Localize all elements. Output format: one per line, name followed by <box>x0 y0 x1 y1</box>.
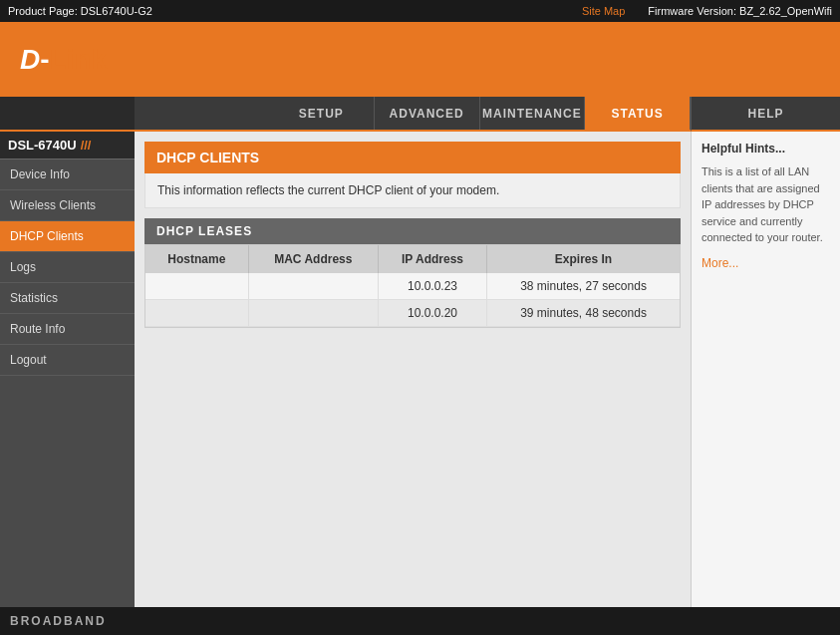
logo: D - Link <box>20 44 107 76</box>
col-ip: IP Address <box>378 245 486 273</box>
sidebar-item-route-info[interactable]: Route Info <box>0 314 135 345</box>
cell-mac-1 <box>248 273 378 300</box>
table-row: 10.0.0.23 38 minutes, 27 seconds <box>145 273 680 300</box>
tab-advanced[interactable]: ADVANCED <box>375 97 480 130</box>
table-row: 10.0.0.20 39 minutes, 48 seconds <box>145 300 680 327</box>
table-header-row: Hostname MAC Address IP Address Expires … <box>145 245 680 273</box>
col-expires: Expires In <box>487 245 680 273</box>
help-body: This is a list of all LAN clients that a… <box>701 163 830 246</box>
section-title: DHCP CLIENTS <box>144 142 681 173</box>
bottom-label: BROADBAND <box>10 614 107 628</box>
dhcp-leases-table-container: Hostname MAC Address IP Address Expires … <box>144 244 681 328</box>
sidebar: DSL-6740U /// Device Info Wireless Clien… <box>0 132 135 607</box>
cell-mac-2 <box>248 300 378 327</box>
nav-row: SETUP ADVANCED MAINTENANCE STATUS HELP <box>0 97 840 132</box>
sidebar-item-statistics[interactable]: Statistics <box>0 283 135 314</box>
more-link[interactable]: More... <box>701 256 830 270</box>
bottom-bar: BROADBAND <box>0 607 840 635</box>
sidebar-item-wireless-clients[interactable]: Wireless Clients <box>0 190 135 221</box>
model-bar: DSL-6740U /// <box>0 132 135 159</box>
header: D - Link <box>0 22 840 97</box>
tab-status[interactable]: STATUS <box>585 97 691 130</box>
sidebar-item-dhcp-clients[interactable]: DHCP Clients <box>0 221 135 252</box>
sidebar-item-device-info[interactable]: Device Info <box>0 159 135 190</box>
sidebar-item-logs[interactable]: Logs <box>0 252 135 283</box>
tab-setup[interactable]: SETUP <box>269 97 375 130</box>
tab-help[interactable]: HELP <box>691 97 840 132</box>
product-label: Product Page: DSL6740U-G2 <box>8 5 152 17</box>
dhcp-leases-table: Hostname MAC Address IP Address Expires … <box>145 245 680 327</box>
main-layout: DSL-6740U /// Device Info Wireless Clien… <box>0 132 840 607</box>
content-area: DHCP CLIENTS This information reflects t… <box>135 132 691 607</box>
model-name: DSL-6740U <box>8 138 77 153</box>
col-mac: MAC Address <box>248 245 378 273</box>
col-hostname: Hostname <box>145 245 248 273</box>
cell-ip-2: 10.0.0.20 <box>378 300 486 327</box>
cell-hostname-1 <box>145 273 248 300</box>
nav-spacer <box>0 97 135 132</box>
info-text: This information reflects the current DH… <box>144 173 681 208</box>
cell-expires-2: 39 minutes, 48 seconds <box>487 300 680 327</box>
top-bar: Product Page: DSL6740U-G2 Site Map Firmw… <box>0 0 840 22</box>
help-title: Helpful Hints... <box>701 142 830 156</box>
cell-expires-1: 38 minutes, 27 seconds <box>487 273 680 300</box>
help-panel: Helpful Hints... This is a list of all L… <box>691 132 840 607</box>
firmware-label: Firmware Version: BZ_2.62_OpenWifi <box>648 5 832 17</box>
sidebar-item-logout[interactable]: Logout <box>0 345 135 376</box>
sitemap-link[interactable]: Site Map <box>582 5 625 17</box>
tab-maintenance[interactable]: MAINTENANCE <box>480 97 586 130</box>
leases-title: DHCP LEASES <box>144 218 681 244</box>
nav-tabs: SETUP ADVANCED MAINTENANCE STATUS <box>135 97 691 132</box>
model-slashes: /// <box>81 138 92 153</box>
cell-hostname-2 <box>145 300 248 327</box>
cell-ip-1: 10.0.0.23 <box>378 273 486 300</box>
